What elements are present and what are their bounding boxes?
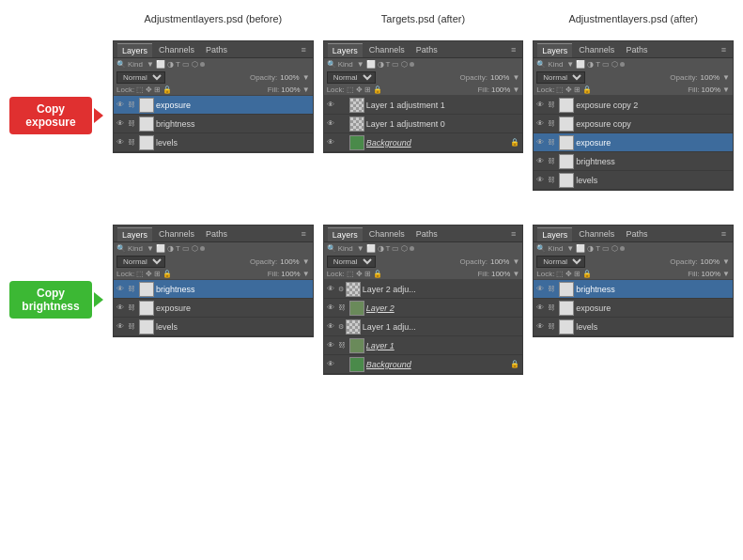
- eye-icon-expcopy[interactable]: 👁: [536, 119, 546, 128]
- kind-dropdown-r2c3[interactable]: ▼: [566, 244, 574, 253]
- tab-paths-r1c3[interactable]: Paths: [621, 43, 652, 57]
- eye-icon-l1[interactable]: 👁: [327, 341, 336, 350]
- panel-menu-r1c1[interactable]: ≡: [298, 43, 308, 57]
- eye-icon-exposure[interactable]: 👁: [116, 101, 126, 109]
- fill-dropdown-r2c1[interactable]: ▼: [302, 270, 310, 278]
- layer-row-exposure-r2c1[interactable]: 👁 ⛓ exposure: [114, 299, 313, 318]
- eye-icon-brightness[interactable]: 👁: [116, 119, 126, 128]
- layer-row-bg-r2c2[interactable]: 👁 Background 🔒: [324, 355, 523, 374]
- panel-menu-r2c1[interactable]: ≡: [298, 227, 308, 241]
- panel-menu-r2c2[interactable]: ≡: [508, 227, 519, 241]
- blend-select-r1c2[interactable]: Normal: [327, 71, 376, 84]
- layer-row-bright-r1c3[interactable]: 👁 ⛓ brightness: [534, 152, 733, 171]
- kind-label-r2c3: Kind: [548, 244, 563, 253]
- lock-icons-r2c1: ⬚ ✥ ⊞ 🔒: [136, 270, 172, 278]
- layer-row-l1adj-r2c2[interactable]: 👁 ⚙ Layer 1 adju...: [324, 318, 523, 336]
- opacity-dropdown-r2c3[interactable]: ▼: [722, 257, 730, 266]
- tab-paths-r2c2[interactable]: Paths: [411, 227, 442, 241]
- tab-layers-r1c3[interactable]: Layers: [537, 43, 572, 57]
- tab-paths-r1c2[interactable]: Paths: [411, 43, 442, 57]
- opacity-dropdown-r2c1[interactable]: ▼: [302, 257, 310, 266]
- layer-row-levels-r1c3[interactable]: 👁 ⛓ levels: [534, 171, 733, 190]
- eye-icon-l1adj[interactable]: 👁: [327, 322, 336, 331]
- panel-menu-r1c3[interactable]: ≡: [719, 43, 729, 57]
- eye-icon-levels[interactable]: 👁: [116, 138, 126, 147]
- tab-channels-r2c2[interactable]: Channels: [364, 227, 410, 241]
- layer-row-levels-r2c3[interactable]: 👁 ⛓ levels: [534, 318, 733, 336]
- layer-row-exp-r1c3[interactable]: 👁 ⛓ exposure: [534, 133, 733, 152]
- icon-shape-r1c3: ▭: [602, 60, 610, 69]
- tab-layers-r2c3[interactable]: Layers: [537, 227, 572, 241]
- layer-row-l2adj-r2c2[interactable]: 👁 ⚙ Layer 2 adju...: [324, 280, 523, 299]
- eye-icon-bg-r1c2[interactable]: 👁: [327, 138, 336, 147]
- eye-icon-exp-r1c3[interactable]: 👁: [536, 138, 546, 147]
- eye-icon-levels-r2c1[interactable]: 👁: [116, 322, 126, 331]
- link-icon-expcopy: ⛓: [548, 119, 557, 128]
- tab-paths-r2c3[interactable]: Paths: [621, 227, 652, 241]
- thumb-levels-r1c3: [559, 173, 574, 188]
- layer-row-l2-r2c2[interactable]: 👁 ⛓ Layer 2: [324, 299, 523, 318]
- blend-select-r2c3[interactable]: Normal: [536, 256, 585, 268]
- layer-row-adj0-r1c2[interactable]: 👁 Layer 1 adjustment 0: [324, 115, 523, 133]
- eye-icon-levels-r2c3[interactable]: 👁: [536, 322, 546, 331]
- tab-layers-r1c2[interactable]: Layers: [328, 43, 363, 57]
- layer-row-exposure-r1c1[interactable]: 👁 ⛓ exposure: [114, 96, 313, 115]
- opacity-dropdown-r1c2[interactable]: ▼: [512, 73, 519, 82]
- layer-row-brightness-r1c1[interactable]: 👁 ⛓ brightness: [114, 115, 313, 133]
- icon-adjust-r2c2: ◑: [378, 244, 384, 253]
- tab-paths-r1c1[interactable]: Paths: [201, 43, 232, 57]
- opacity-dropdown-r1c3[interactable]: ▼: [722, 73, 730, 82]
- layer-row-bg-r1c2[interactable]: 👁 Background 🔒: [324, 133, 523, 152]
- eye-icon-expcopy2[interactable]: 👁: [536, 101, 546, 109]
- opacity-dropdown-r1c1[interactable]: ▼: [302, 73, 310, 82]
- eye-icon-bright-r1c3[interactable]: 👁: [536, 157, 546, 165]
- blend-select-r1c3[interactable]: Normal: [536, 71, 585, 84]
- layer-row-brightness-r2c3[interactable]: 👁 ⛓ brightness: [534, 280, 733, 299]
- fill-dropdown-r1c2[interactable]: ▼: [512, 86, 519, 94]
- lock-pixel-icon-r2c1: ⬚: [136, 270, 144, 278]
- eye-icon-bg-r2c2[interactable]: 👁: [327, 360, 336, 368]
- layer-row-levels-r1c1[interactable]: 👁 ⛓ levels: [114, 133, 313, 152]
- panel-menu-r2c3[interactable]: ≡: [719, 227, 729, 241]
- opacity-dropdown-r2c2[interactable]: ▼: [512, 257, 519, 266]
- eye-icon-exposure-r2c1[interactable]: 👁: [116, 303, 126, 312]
- tab-paths-r2c1[interactable]: Paths: [201, 227, 232, 241]
- tab-channels-r1c2[interactable]: Channels: [364, 43, 410, 57]
- fill-dropdown-r1c1[interactable]: ▼: [302, 86, 310, 94]
- eye-icon-adj0[interactable]: 👁: [327, 119, 336, 128]
- blend-select-r2c2[interactable]: Normal: [327, 256, 376, 268]
- fill-dropdown-r2c3[interactable]: ▼: [722, 270, 730, 278]
- fill-dropdown-r1c3[interactable]: ▼: [722, 86, 730, 94]
- eye-icon-levels-r1c3[interactable]: 👁: [536, 176, 546, 184]
- layer-row-levels-r2c1[interactable]: 👁 ⛓ levels: [114, 318, 313, 336]
- layer-row-l1-r2c2[interactable]: 👁 ⛓ Layer 1: [324, 336, 523, 355]
- tab-channels-r1c3[interactable]: Channels: [574, 43, 619, 57]
- blend-select-r2c1[interactable]: Normal: [116, 256, 165, 268]
- ps-normal-row-r1c3: Normal Opacity: 100% ▼: [534, 70, 733, 85]
- kind-dropdown-r1c1[interactable]: ▼: [147, 60, 154, 69]
- tab-layers-r2c2[interactable]: Layers: [328, 227, 363, 241]
- panel-menu-r1c2[interactable]: ≡: [508, 43, 519, 57]
- kind-dropdown-r2c2[interactable]: ▼: [357, 244, 364, 253]
- blend-select-r1c1[interactable]: Normal: [116, 71, 165, 84]
- tab-channels-r2c3[interactable]: Channels: [574, 227, 619, 241]
- eye-icon-exposure-r2c3[interactable]: 👁: [536, 303, 546, 312]
- layer-row-expcopy2-r1c3[interactable]: 👁 ⛓ exposure copy 2: [534, 96, 733, 115]
- eye-icon-l2[interactable]: 👁: [327, 303, 336, 312]
- eye-icon-brightness-r2c3[interactable]: 👁: [536, 285, 546, 293]
- eye-icon-brightness-r2c1[interactable]: 👁: [116, 285, 126, 293]
- layer-row-adj1-r1c2[interactable]: 👁 Layer 1 adjustment 1: [324, 96, 523, 115]
- eye-icon-l2adj[interactable]: 👁: [327, 285, 336, 293]
- kind-dropdown-r2c1[interactable]: ▼: [147, 244, 154, 253]
- eye-icon-adj1[interactable]: 👁: [327, 101, 336, 109]
- tab-layers-r1c1[interactable]: Layers: [117, 43, 152, 57]
- kind-dropdown-r1c3[interactable]: ▼: [566, 60, 574, 69]
- layer-row-brightness-r2c1[interactable]: 👁 ⛓ brightness: [114, 280, 313, 299]
- layer-row-expcopy-r1c3[interactable]: 👁 ⛓ exposure copy: [534, 115, 733, 133]
- layer-row-exposure-r2c3[interactable]: 👁 ⛓ exposure: [534, 299, 733, 318]
- tab-channels-r1c1[interactable]: Channels: [154, 43, 199, 57]
- fill-dropdown-r2c2[interactable]: ▼: [512, 270, 519, 278]
- tab-channels-r2c1[interactable]: Channels: [154, 227, 199, 241]
- kind-dropdown-r1c2[interactable]: ▼: [357, 60, 364, 69]
- tab-layers-r2c1[interactable]: Layers: [117, 227, 152, 241]
